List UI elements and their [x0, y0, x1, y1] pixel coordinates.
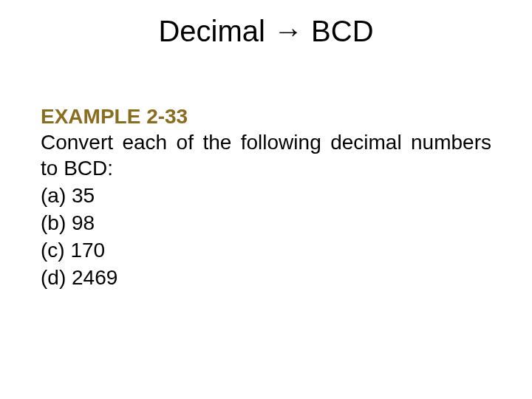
slide: Decimal → BCD EXAMPLE 2-33 Convert each … [0, 0, 532, 399]
list-item-a: (a) 35 [41, 183, 491, 208]
example-prompt: Convert each of the following decimal nu… [41, 129, 491, 181]
list-item-b: (b) 98 [41, 210, 491, 236]
slide-body: EXAMPLE 2-33 Convert each of the followi… [41, 103, 491, 290]
slide-title: Decimal → BCD [0, 15, 532, 48]
list-item-d: (d) 2469 [41, 265, 491, 290]
example-heading: EXAMPLE 2-33 [41, 103, 491, 129]
list-item-c: (c) 170 [41, 237, 491, 263]
example-label: EXAMPLE 2-33 [41, 105, 188, 128]
